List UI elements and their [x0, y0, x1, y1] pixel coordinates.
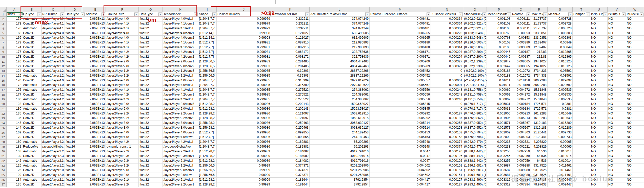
- cell[interactable]: float16: [65, 97, 85, 102]
- cell[interactable]: 0.999985: [217, 69, 271, 74]
- cell[interactable]: NO: [608, 173, 626, 178]
- cell[interactable]: 0.000253: [431, 121, 463, 126]
- column-header-k[interactable]: K: [271, 7, 310, 12]
- cell[interactable]: [1,2048,7,7: [198, 140, 217, 145]
- column-header-s[interactable]: S: [548, 7, 573, 12]
- cell[interactable]: 28837.22266: [310, 74, 370, 78]
- row-header-6[interactable]: 6: [0, 36, 7, 40]
- cell[interactable]: 134: [7, 178, 22, 182]
- cell[interactable]: 0.000374: [431, 145, 463, 149]
- cell[interactable]: NO: [608, 135, 626, 140]
- cell[interactable]: Automatic: [22, 97, 42, 102]
- cell[interactable]: /layer2/layer2.0/: [106, 64, 139, 69]
- cell[interactable]: 0.999989: [217, 154, 271, 159]
- cell[interactable]: 0.232211: [271, 26, 310, 31]
- cell[interactable]: NO: [590, 159, 608, 163]
- cell[interactable]: Conv2D: [22, 50, 42, 55]
- cell[interactable]: 0.006188: [370, 40, 431, 45]
- cell[interactable]: 173: [7, 40, 22, 45]
- cell[interactable]: 0.999986: [217, 107, 271, 111]
- cell[interactable]: /layer4/layer4.0/conv2: [163, 130, 198, 135]
- cell[interactable]: 2.062E+13: [85, 64, 106, 69]
- cell[interactable]: 0.39303: [271, 69, 310, 74]
- cell[interactable]: (0.070;1.717),(0.: [463, 102, 487, 107]
- cell[interactable]: 2.062E+13: [85, 116, 106, 121]
- cell[interactable]: 0.009447: [548, 182, 573, 187]
- cell[interactable]: Automatic: [22, 88, 42, 92]
- cell[interactable]: 0.209143: [271, 107, 310, 111]
- cell[interactable]: 0.011461: [548, 173, 573, 178]
- cell[interactable]: /layer4/layer4.1.: [42, 26, 65, 31]
- cell[interactable]: 0.001906: [487, 111, 511, 116]
- row-header-22[interactable]: 22: [0, 111, 7, 116]
- cell[interactable]: Conv2D: [22, 126, 42, 130]
- cell[interactable]: NO: [590, 154, 608, 159]
- cell[interactable]: 28837.22266: [310, 69, 370, 74]
- cell[interactable]: 126: [7, 168, 22, 173]
- cell[interactable]: float32: [139, 121, 163, 126]
- cell[interactable]: 2.062E+13: [85, 88, 106, 92]
- cell[interactable]: NO: [626, 40, 644, 45]
- cell[interactable]: 138: [7, 149, 22, 154]
- cell[interactable]: 3734.333: [531, 69, 548, 74]
- cell[interactable]: float32: [139, 145, 163, 149]
- cell[interactable]: NO: [608, 121, 626, 126]
- cell[interactable]: (0.572;1.239),(0.: [463, 64, 487, 69]
- cell[interactable]: ReduceMe: [22, 145, 42, 149]
- cell[interactable]: 144: [7, 126, 22, 130]
- cell[interactable]: (0.070;1.717),(0.: [463, 107, 487, 111]
- cell[interactable]: 0.005452: [370, 74, 431, 78]
- cell[interactable]: 0.999986: [217, 140, 271, 145]
- cell[interactable]: 12.39407: [531, 40, 548, 45]
- cell[interactable]: 0.003256: [487, 149, 511, 154]
- cell[interactable]: NO: [590, 111, 608, 116]
- cell[interactable]: 0.010125: [548, 64, 573, 69]
- cell[interactable]: (-2.204;2.415),(-: [463, 78, 487, 83]
- cell[interactable]: 143: [7, 121, 22, 126]
- autofilter-dropdown-button[interactable]: ▾: [543, 12, 547, 16]
- cell[interactable]: 1319.183: [531, 126, 548, 130]
- cell[interactable]: (-0.702;2.100),(-: [463, 69, 487, 74]
- cell[interactable]: 0.005188: [487, 69, 511, 74]
- cell[interactable]: [573, 163, 590, 168]
- cell[interactable]: dynamic_const_1: [106, 145, 139, 149]
- cell[interactable]: 4064.449463: [310, 64, 370, 69]
- cell[interactable]: 0.003687: [487, 173, 511, 178]
- cell[interactable]: 0.003389: [511, 40, 531, 45]
- cell[interactable]: 170: [7, 135, 22, 140]
- cell[interactable]: NO: [590, 26, 608, 31]
- cell[interactable]: 15293.53027: [310, 107, 370, 111]
- cell[interactable]: 1725.571: [531, 102, 548, 107]
- cell[interactable]: [573, 92, 590, 97]
- cell[interactable]: 0.005909: [370, 64, 431, 69]
- cell[interactable]: 0.00069: [487, 88, 511, 92]
- cell[interactable]: 0.03592: [548, 69, 573, 74]
- cell[interactable]: 0.005248: [370, 145, 431, 149]
- cell[interactable]: 21.20441: [531, 130, 548, 135]
- cell[interactable]: float16: [65, 69, 85, 74]
- cell[interactable]: 0.000151: [431, 163, 463, 168]
- cell[interactable]: NO: [626, 130, 644, 135]
- cell[interactable]: float16: [65, 178, 85, 182]
- cell[interactable]: 0.002009: [487, 130, 511, 135]
- cell[interactable]: 2.062E+13: [85, 154, 106, 159]
- cell[interactable]: 0.184082: [271, 154, 310, 159]
- cell[interactable]: 0.001571: [487, 121, 511, 126]
- cell[interactable]: [573, 178, 590, 182]
- cell[interactable]: 2.062E+13: [85, 121, 106, 126]
- cell[interactable]: /layer2/layer2.0.: [42, 168, 65, 173]
- cell[interactable]: 0.000445: [487, 55, 511, 59]
- cell[interactable]: 0.00069: [487, 92, 511, 97]
- cell[interactable]: /layer1/layer1.2/Add/l: [163, 74, 198, 78]
- cell[interactable]: NO: [590, 97, 608, 102]
- cell[interactable]: [1,2048,7,7: [198, 92, 217, 97]
- cell[interactable]: 0.002009: [487, 135, 511, 140]
- cell[interactable]: NO: [590, 45, 608, 50]
- cell[interactable]: [1,2048,7,7: [198, 83, 217, 88]
- cell[interactable]: NO: [608, 92, 626, 97]
- cell[interactable]: 3792.2854: [310, 182, 370, 187]
- cell[interactable]: 0.002535: [548, 92, 573, 97]
- row-header-1[interactable]: 1: [0, 12, 7, 17]
- cell[interactable]: 0.068172: [271, 55, 310, 59]
- cell[interactable]: 142: [7, 159, 22, 163]
